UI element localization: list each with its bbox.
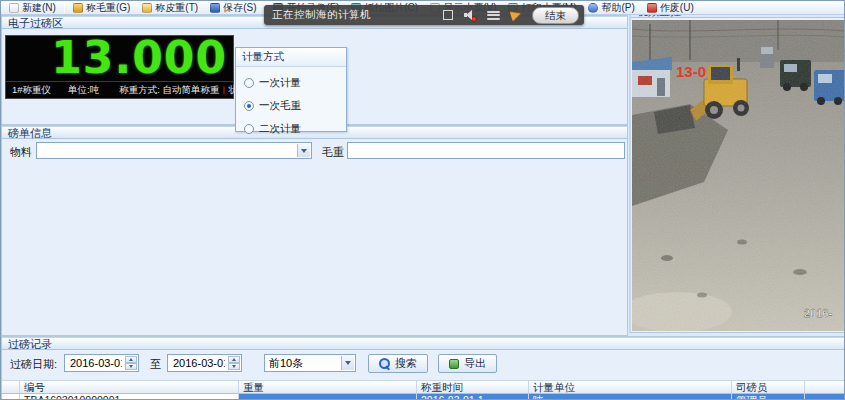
search-icon — [379, 358, 390, 369]
cell-time[interactable]: 2016-03-01 1 — [417, 394, 529, 400]
new-button[interactable]: 新建(N) — [4, 1, 61, 14]
column-header-time[interactable]: 称重时间 — [417, 380, 529, 394]
remote-bar-icons: 结束 — [443, 7, 579, 24]
search-button[interactable]: 搜索 — [368, 354, 428, 373]
status-indicator-dot — [223, 86, 225, 95]
radio-row-twice-meter[interactable]: 二次计量 — [244, 122, 346, 136]
weigh-tare-icon — [142, 3, 152, 13]
radio-once-meter[interactable] — [244, 78, 254, 88]
limit-dropdown-button[interactable] — [341, 356, 354, 370]
radio-row-once-meter[interactable]: 一次计量 — [244, 76, 346, 90]
remote-control-bar: 正在控制海的计算机 结束 — [264, 5, 584, 25]
toolbar-separator — [64, 3, 65, 13]
weigh-tare-button[interactable]: 称皮重(T) — [137, 1, 203, 14]
remote-cursor-icon[interactable] — [510, 9, 523, 22]
column-header-weight[interactable]: 重量 — [239, 380, 417, 394]
cell-unit[interactable]: 吨 — [529, 394, 732, 400]
gross-weight-label: 毛重 — [322, 145, 344, 160]
weight-led-display: 13.000 1#称重仪 单位:吨 称重方式: 自动简单称重 状态 — [5, 35, 234, 99]
column-header-unit[interactable]: 计量单位 — [529, 380, 732, 394]
records-filter-row: 过磅日期: 至 搜索 导出 — [2, 354, 845, 376]
chevron-down-icon — [345, 361, 351, 365]
camera-feed: 13-0 2016- — [632, 20, 845, 331]
waves-icon[interactable] — [487, 11, 500, 20]
chevron-down-icon — [301, 149, 307, 153]
weight-value: 13.000 — [51, 32, 227, 83]
weigh-gross-icon — [73, 3, 83, 13]
column-header-id[interactable]: 编号 — [20, 380, 239, 394]
weigh-tare-label: 称皮重(T) — [155, 1, 198, 15]
weigh-gross-button[interactable]: 称毛重(G) — [68, 1, 135, 14]
ticket-info-panel: 磅单信息 物料 毛重 — [1, 125, 628, 336]
radio-row-once-gross[interactable]: 一次毛重 — [244, 99, 346, 113]
search-button-label: 搜索 — [395, 356, 417, 371]
save-button[interactable]: 保存(S) — [205, 1, 261, 14]
spin-down-icon[interactable] — [228, 363, 240, 370]
records-panel-title: 过磅记录 — [2, 337, 845, 350]
row-selector-header — [2, 380, 20, 394]
void-button[interactable]: 作废(U) — [642, 1, 699, 14]
column-header-operator[interactable]: 司磅员 — [732, 380, 805, 394]
radio-twice-meter-label: 二次计量 — [259, 122, 301, 136]
led-status-strip: 1#称重仪 单位:吨 称重方式: 自动简单称重 状态 — [6, 81, 233, 98]
save-label: 保存(S) — [223, 1, 256, 15]
cell-operator[interactable]: 管理员 — [732, 394, 805, 400]
ticket-field-row: 物料 毛重 — [2, 142, 627, 160]
records-table-header: 编号 重量 称重时间 计量单位 司磅员 — [2, 380, 845, 394]
gross-weight-field[interactable] — [347, 142, 625, 159]
help-label: 帮助(P) — [601, 1, 634, 15]
unit-label: 单位:吨 — [68, 84, 99, 97]
date-from-spin-buttons[interactable] — [125, 356, 137, 370]
export-icon — [449, 359, 459, 369]
gross-weight-input[interactable] — [348, 143, 624, 158]
speaker-muted-icon[interactable] — [464, 10, 476, 20]
cell-blank — [805, 394, 845, 400]
export-button[interactable]: 导出 — [438, 354, 497, 373]
metering-mode-box: 计量方式 一次计量 一次毛重 二次计量 — [235, 47, 347, 132]
camera-timestamp: 2016- — [804, 307, 832, 319]
mute-badge — [471, 16, 477, 22]
new-doc-icon — [9, 3, 19, 13]
export-button-label: 导出 — [464, 356, 486, 371]
material-combobox[interactable] — [36, 142, 312, 159]
date-to-spin-buttons[interactable] — [228, 356, 240, 370]
date-from-spinner[interactable] — [64, 354, 139, 372]
radio-twice-meter[interactable] — [244, 124, 254, 134]
weigh-mode-label: 称重方式: 自动简单称重 — [119, 84, 219, 97]
save-icon — [210, 3, 220, 13]
spin-up-icon[interactable] — [228, 356, 240, 363]
end-session-button[interactable]: 结束 — [532, 7, 579, 24]
records-panel: 过磅记录 过磅日期: 至 搜索 导出 — [1, 336, 845, 400]
video-monitor-panel: 视频监控 — [629, 4, 845, 333]
material-dropdown-button[interactable] — [297, 144, 310, 157]
radio-once-gross[interactable] — [244, 101, 254, 111]
table-row[interactable]: TBA1603010000001 2016-03-01 1 吨 管理员 — [2, 394, 845, 400]
record-limit-dropdown[interactable] — [264, 354, 356, 372]
radio-once-gross-label: 一次毛重 — [259, 99, 301, 113]
spin-up-icon[interactable] — [125, 356, 137, 363]
column-header-blank — [805, 380, 845, 394]
help-button[interactable]: 帮助(P) — [583, 1, 639, 14]
material-input[interactable] — [37, 143, 311, 158]
radio-once-meter-label: 一次计量 — [259, 76, 301, 90]
metering-box-title: 计量方式 — [236, 48, 346, 67]
help-icon — [588, 3, 598, 13]
void-label: 作废(U) — [660, 1, 694, 15]
remote-status-text: 正在控制海的计算机 — [272, 8, 371, 22]
date-range-label: 过磅日期: — [10, 357, 57, 372]
records-table: 编号 重量 称重时间 计量单位 司磅员 TBA1603010000001 201… — [2, 380, 845, 400]
spin-down-icon[interactable] — [125, 363, 137, 370]
app-window: 新建(N) 称毛重(G) 称皮重(T) 保存(S) 开始录像(F) 抓拍图片(C… — [0, 0, 845, 400]
void-icon — [647, 3, 657, 13]
row-selector-cell[interactable] — [2, 394, 20, 400]
weigh-panel: 电子过磅区 13.000 1#称重仪 单位:吨 称重方式: 自动简单称重 状态 … — [1, 15, 628, 125]
cell-id[interactable]: TBA1603010000001 — [20, 394, 239, 400]
fullscreen-icon[interactable] — [443, 10, 453, 20]
scale-name: 1#称重仪 — [12, 84, 51, 97]
date-to-spinner[interactable] — [167, 354, 242, 372]
new-button-label: 新建(N) — [22, 1, 56, 15]
weigh-gross-label: 称毛重(G) — [86, 1, 130, 15]
video-noise — [632, 20, 845, 331]
cell-weight[interactable] — [239, 394, 417, 400]
material-label: 物料 — [10, 145, 32, 160]
